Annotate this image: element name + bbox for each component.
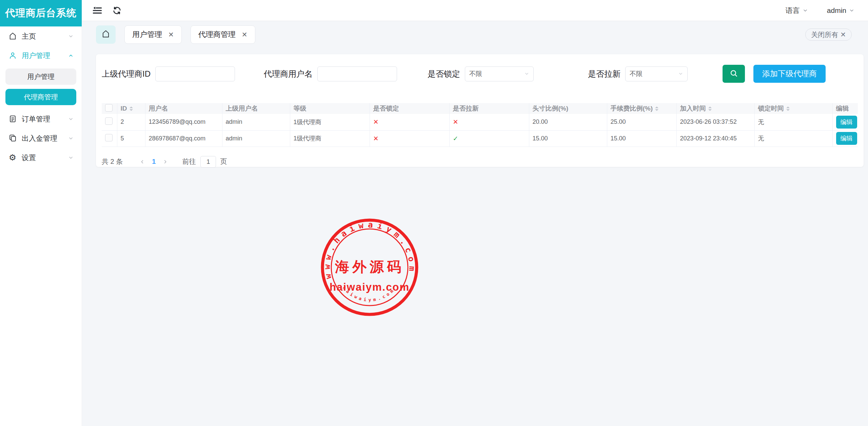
topbar: 语言 admin (82, 0, 868, 21)
edit-button[interactable]: 编辑 (836, 116, 857, 129)
edit-button[interactable]: 编辑 (836, 132, 857, 145)
collapse-sidebar-icon[interactable] (92, 5, 103, 16)
sidebar-item-label: 出入金管理 (22, 134, 68, 143)
username-label: admin (827, 6, 846, 15)
edit-cell: 编辑 (832, 114, 858, 130)
add-sub-agent-button[interactable]: 添加下级代理商 (753, 65, 826, 83)
column-header-username: 用户名 (145, 103, 222, 114)
column-label: 用户名 (149, 105, 168, 112)
column-header-lock_time[interactable]: 锁定时间 (754, 103, 832, 114)
close-icon[interactable]: ✕ (242, 31, 248, 39)
is-locked-select[interactable]: 不限 (465, 66, 534, 81)
close-all-tabs-button[interactable]: 关闭所有 ✕ (805, 28, 852, 41)
main-content: 用户管理 ✕ 代理商管理 ✕ 关闭所有 ✕ 上级代理商ID 代理商用户名 是否锁… (82, 21, 868, 426)
cross-icon: ✕ (373, 118, 379, 125)
page-unit-label: 页 (220, 157, 227, 166)
column-label: 头寸比例(%) (533, 105, 569, 112)
sort-icon[interactable] (786, 105, 790, 113)
fee_ratio-cell: 25.00 (607, 114, 676, 130)
select-all-checkbox[interactable] (105, 104, 113, 112)
sidebar-item-settings[interactable]: ⚙ 设置 (0, 148, 82, 167)
column-label: 手续费比例(%) (611, 105, 653, 112)
row-checkbox[interactable] (105, 117, 113, 125)
level-cell: 1级代理商 (290, 114, 370, 130)
sidebar-item-user-management[interactable]: 用户管理 (0, 46, 82, 65)
chevron-down-icon (68, 155, 74, 160)
home-icon (8, 32, 17, 41)
is-pull-new-label: 是否拉新 (588, 69, 620, 79)
parent_username-cell: admin (222, 114, 290, 130)
table-row: 2123456789@qq.comadmin1级代理商✕✕20.0025.002… (102, 114, 858, 130)
cross-icon: ✕ (453, 118, 458, 125)
position_ratio-cell: 20.00 (529, 114, 607, 130)
username-cell: 286978687@qq.com (145, 130, 222, 147)
chevron-down-icon (68, 136, 74, 141)
tab-agent-management[interactable]: 代理商管理 ✕ (191, 25, 255, 44)
column-header-is_pull_new: 是否拉新 (449, 103, 529, 114)
page-number[interactable]: 1 (152, 158, 156, 166)
column-header-parent_username: 上级用户名 (222, 103, 290, 114)
parent_username-cell: admin (222, 130, 290, 147)
column-label: ID (121, 105, 127, 112)
close-icon[interactable]: ✕ (168, 31, 174, 39)
table-row: 5286978687@qq.comadmin1级代理商✕✓15.0015.002… (102, 130, 858, 147)
language-dropdown[interactable]: 语言 (786, 6, 808, 15)
prev-page-icon[interactable] (140, 159, 145, 164)
select-cell (102, 130, 117, 147)
sidebar-item-deposit-withdraw-management[interactable]: 出入金管理 (0, 129, 82, 148)
edit-cell: 编辑 (832, 130, 858, 147)
column-header-fee_ratio[interactable]: 手续费比例(%) (607, 103, 676, 114)
sort-icon[interactable] (655, 105, 658, 113)
join_time-cell: 2023-09-12 23:40:45 (676, 130, 754, 147)
filter-bar: 上级代理商ID 代理商用户名 是否锁定 不限 是否拉新 不限 (102, 65, 858, 83)
parent-agent-id-input[interactable] (155, 66, 235, 81)
level-cell: 1级代理商 (290, 130, 370, 147)
agent-list-card: 上级代理商ID 代理商用户名 是否锁定 不限 是否拉新 不限 (96, 54, 864, 167)
tab-user-management[interactable]: 用户管理 ✕ (124, 25, 182, 44)
total-count-label: 共 2 条 (102, 157, 123, 166)
lock_time-cell: 无 (754, 114, 832, 130)
sort-icon[interactable] (130, 105, 133, 113)
column-label: 等级 (294, 105, 307, 112)
is_locked-cell: ✕ (370, 130, 449, 147)
is-pull-new-select[interactable]: 不限 (625, 66, 688, 81)
sort-icon[interactable] (708, 105, 712, 113)
column-header-level: 等级 (290, 103, 370, 114)
column-header-join_time[interactable]: 加入时间 (676, 103, 754, 114)
tab-label: 代理商管理 (198, 30, 236, 40)
table-header-row: ID用户名上级用户名等级是否锁定是否拉新头寸比例(%)手续费比例(%)加入时间锁… (102, 103, 858, 114)
sidebar-item-order-management[interactable]: 订单管理 (0, 109, 82, 129)
pagination: 共 2 条 1 前往 页 (102, 156, 858, 168)
fee_ratio-cell: 15.00 (607, 130, 676, 147)
join_time-cell: 2023-06-26 03:37:52 (676, 114, 754, 130)
search-button[interactable] (723, 65, 745, 83)
column-label: 锁定时间 (758, 105, 784, 112)
agents-table: ID用户名上级用户名等级是否锁定是否拉新头寸比例(%)手续费比例(%)加入时间锁… (102, 103, 858, 147)
search-icon (729, 69, 738, 79)
is_pull_new-cell: ✕ (449, 114, 529, 130)
next-page-icon[interactable] (162, 159, 168, 164)
row-checkbox[interactable] (105, 134, 113, 141)
column-header-is_locked: 是否锁定 (370, 103, 449, 114)
chevron-down-icon (524, 71, 529, 76)
sidebar-subitem-agent-management[interactable]: 代理商管理 (5, 89, 76, 105)
agent-username-input[interactable] (317, 66, 397, 81)
chevron-down-icon (68, 34, 74, 39)
sidebar-item-label: 设置 (22, 153, 68, 162)
sidebar-subitem-user-management[interactable]: 用户管理 (5, 69, 76, 85)
home-icon (101, 30, 110, 40)
sidebar-item-label: 主页 (22, 32, 68, 41)
sidebar-item-home[interactable]: 主页 (0, 26, 82, 46)
parent-agent-id-label: 上级代理商ID (102, 69, 151, 79)
column-header-id[interactable]: ID (117, 103, 145, 114)
user-dropdown[interactable]: admin (827, 6, 854, 15)
sidebar: 代理商后台系统 主页 用户管理 用户管理 代理商管理 订单管理 出入金 (0, 0, 82, 426)
refresh-icon[interactable] (111, 5, 123, 16)
chevron-down-icon (68, 116, 74, 122)
selected-value: 不限 (630, 70, 678, 78)
id-cell: 2 (117, 114, 145, 130)
column-header-select[interactable] (102, 103, 117, 114)
tab-home[interactable] (96, 25, 116, 44)
chevron-down-icon (803, 8, 808, 13)
goto-page-input[interactable] (200, 156, 216, 168)
